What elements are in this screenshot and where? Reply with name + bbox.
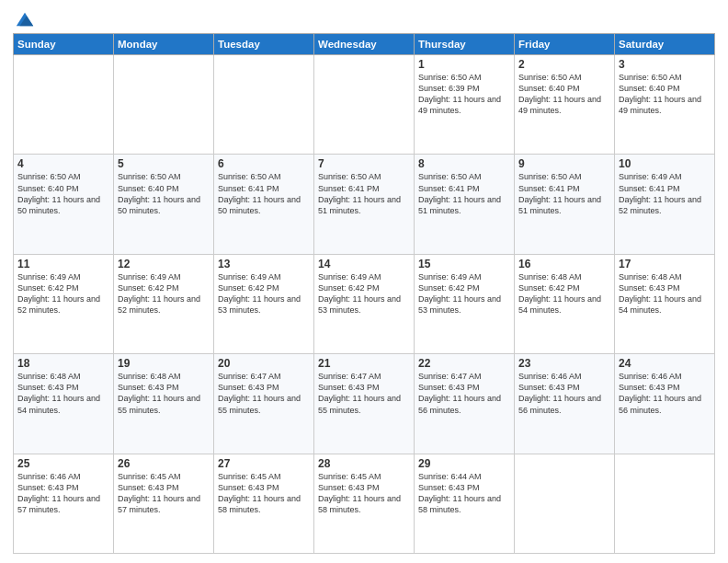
calendar-header-row: SundayMondayTuesdayWednesdayThursdayFrid… xyxy=(14,34,715,55)
day-number: 24 xyxy=(619,357,711,370)
calendar-cell: 23Sunrise: 6:46 AM Sunset: 6:43 PM Dayli… xyxy=(515,354,615,454)
day-info: Sunrise: 6:45 AM Sunset: 6:43 PM Dayligh… xyxy=(318,471,410,516)
day-number: 12 xyxy=(118,258,210,270)
day-info: Sunrise: 6:46 AM Sunset: 6:43 PM Dayligh… xyxy=(17,471,109,516)
calendar-cell: 5Sunrise: 6:50 AM Sunset: 6:40 PM Daylig… xyxy=(114,155,214,254)
calendar-cell: 13Sunrise: 6:49 AM Sunset: 6:42 PM Dayli… xyxy=(214,254,314,353)
day-number: 28 xyxy=(318,457,410,470)
calendar-cell: 16Sunrise: 6:48 AM Sunset: 6:42 PM Dayli… xyxy=(515,254,615,353)
calendar-cell xyxy=(214,55,314,155)
day-info: Sunrise: 6:45 AM Sunset: 6:43 PM Dayligh… xyxy=(218,471,310,516)
day-info: Sunrise: 6:48 AM Sunset: 6:43 PM Dayligh… xyxy=(17,371,109,416)
calendar-cell: 24Sunrise: 6:46 AM Sunset: 6:43 PM Dayli… xyxy=(615,354,715,454)
calendar-cell xyxy=(114,55,214,155)
day-number: 1 xyxy=(418,58,510,71)
day-info: Sunrise: 6:49 AM Sunset: 6:42 PM Dayligh… xyxy=(318,271,410,316)
col-header-monday: Monday xyxy=(114,34,214,55)
header xyxy=(13,9,715,28)
calendar-cell: 6Sunrise: 6:50 AM Sunset: 6:41 PM Daylig… xyxy=(214,155,314,254)
day-number: 18 xyxy=(17,357,109,370)
day-info: Sunrise: 6:50 AM Sunset: 6:41 PM Dayligh… xyxy=(218,171,310,216)
day-info: Sunrise: 6:49 AM Sunset: 6:42 PM Dayligh… xyxy=(218,271,310,316)
calendar-cell xyxy=(515,454,615,553)
day-number: 6 xyxy=(218,157,310,170)
day-number: 16 xyxy=(518,258,610,270)
day-info: Sunrise: 6:50 AM Sunset: 6:40 PM Dayligh… xyxy=(118,171,210,216)
day-number: 26 xyxy=(118,457,210,470)
logo xyxy=(13,9,35,28)
day-info: Sunrise: 6:49 AM Sunset: 6:41 PM Dayligh… xyxy=(619,171,711,216)
day-number: 3 xyxy=(619,58,711,71)
day-info: Sunrise: 6:49 AM Sunset: 6:42 PM Dayligh… xyxy=(418,271,510,316)
day-number: 29 xyxy=(418,457,510,470)
day-number: 8 xyxy=(418,157,510,170)
day-number: 19 xyxy=(118,357,210,370)
calendar-cell: 27Sunrise: 6:45 AM Sunset: 6:43 PM Dayli… xyxy=(214,454,314,553)
day-number: 27 xyxy=(218,457,310,470)
day-info: Sunrise: 6:48 AM Sunset: 6:42 PM Dayligh… xyxy=(518,271,610,316)
calendar-cell: 18Sunrise: 6:48 AM Sunset: 6:43 PM Dayli… xyxy=(14,354,114,454)
calendar-cell: 3Sunrise: 6:50 AM Sunset: 6:40 PM Daylig… xyxy=(615,55,715,155)
calendar-cell: 1Sunrise: 6:50 AM Sunset: 6:39 PM Daylig… xyxy=(415,55,515,155)
col-header-friday: Friday xyxy=(515,34,615,55)
day-info: Sunrise: 6:50 AM Sunset: 6:41 PM Dayligh… xyxy=(418,171,510,216)
logo-icon xyxy=(15,9,35,29)
day-info: Sunrise: 6:46 AM Sunset: 6:43 PM Dayligh… xyxy=(518,371,610,416)
day-info: Sunrise: 6:48 AM Sunset: 6:43 PM Dayligh… xyxy=(619,271,711,316)
calendar-cell: 17Sunrise: 6:48 AM Sunset: 6:43 PM Dayli… xyxy=(615,254,715,353)
page: SundayMondayTuesdayWednesdayThursdayFrid… xyxy=(0,0,728,563)
week-row-1: 4Sunrise: 6:50 AM Sunset: 6:40 PM Daylig… xyxy=(14,155,715,254)
day-number: 11 xyxy=(17,258,109,270)
week-row-4: 25Sunrise: 6:46 AM Sunset: 6:43 PM Dayli… xyxy=(14,454,715,553)
day-number: 23 xyxy=(518,357,610,370)
calendar-cell: 9Sunrise: 6:50 AM Sunset: 6:41 PM Daylig… xyxy=(515,155,615,254)
week-row-2: 11Sunrise: 6:49 AM Sunset: 6:42 PM Dayli… xyxy=(14,254,715,353)
calendar-cell: 2Sunrise: 6:50 AM Sunset: 6:40 PM Daylig… xyxy=(515,55,615,155)
day-info: Sunrise: 6:45 AM Sunset: 6:43 PM Dayligh… xyxy=(118,471,210,516)
day-number: 9 xyxy=(518,157,610,170)
day-info: Sunrise: 6:50 AM Sunset: 6:39 PM Dayligh… xyxy=(418,72,510,117)
week-row-0: 1Sunrise: 6:50 AM Sunset: 6:39 PM Daylig… xyxy=(14,55,715,155)
calendar-cell xyxy=(14,55,114,155)
calendar-cell: 12Sunrise: 6:49 AM Sunset: 6:42 PM Dayli… xyxy=(114,254,214,353)
day-number: 17 xyxy=(619,258,711,270)
calendar-cell: 22Sunrise: 6:47 AM Sunset: 6:43 PM Dayli… xyxy=(415,354,515,454)
day-number: 7 xyxy=(318,157,410,170)
day-info: Sunrise: 6:49 AM Sunset: 6:42 PM Dayligh… xyxy=(17,271,109,316)
calendar-cell: 14Sunrise: 6:49 AM Sunset: 6:42 PM Dayli… xyxy=(314,254,415,353)
day-info: Sunrise: 6:50 AM Sunset: 6:41 PM Dayligh… xyxy=(318,171,410,216)
day-info: Sunrise: 6:46 AM Sunset: 6:43 PM Dayligh… xyxy=(619,371,711,416)
calendar-cell: 20Sunrise: 6:47 AM Sunset: 6:43 PM Dayli… xyxy=(214,354,314,454)
day-info: Sunrise: 6:47 AM Sunset: 6:43 PM Dayligh… xyxy=(318,371,410,416)
col-header-tuesday: Tuesday xyxy=(214,34,314,55)
day-number: 15 xyxy=(418,258,510,270)
day-info: Sunrise: 6:48 AM Sunset: 6:43 PM Dayligh… xyxy=(118,371,210,416)
day-number: 5 xyxy=(118,157,210,170)
day-number: 20 xyxy=(218,357,310,370)
calendar-cell: 29Sunrise: 6:44 AM Sunset: 6:43 PM Dayli… xyxy=(415,454,515,553)
col-header-sunday: Sunday xyxy=(14,34,114,55)
calendar-cell: 11Sunrise: 6:49 AM Sunset: 6:42 PM Dayli… xyxy=(14,254,114,353)
day-number: 14 xyxy=(318,258,410,270)
calendar-cell xyxy=(615,454,715,553)
day-info: Sunrise: 6:50 AM Sunset: 6:40 PM Dayligh… xyxy=(619,72,711,117)
calendar-cell: 4Sunrise: 6:50 AM Sunset: 6:40 PM Daylig… xyxy=(14,155,114,254)
day-number: 22 xyxy=(418,357,510,370)
calendar-cell: 8Sunrise: 6:50 AM Sunset: 6:41 PM Daylig… xyxy=(415,155,515,254)
calendar-cell: 25Sunrise: 6:46 AM Sunset: 6:43 PM Dayli… xyxy=(14,454,114,553)
calendar-cell: 26Sunrise: 6:45 AM Sunset: 6:43 PM Dayli… xyxy=(114,454,214,553)
day-number: 25 xyxy=(17,457,109,470)
day-number: 2 xyxy=(518,58,610,71)
col-header-wednesday: Wednesday xyxy=(314,34,415,55)
day-info: Sunrise: 6:50 AM Sunset: 6:40 PM Dayligh… xyxy=(17,171,109,216)
day-info: Sunrise: 6:50 AM Sunset: 6:41 PM Dayligh… xyxy=(518,171,610,216)
week-row-3: 18Sunrise: 6:48 AM Sunset: 6:43 PM Dayli… xyxy=(14,354,715,454)
calendar-cell: 7Sunrise: 6:50 AM Sunset: 6:41 PM Daylig… xyxy=(314,155,415,254)
day-number: 4 xyxy=(17,157,109,170)
day-info: Sunrise: 6:47 AM Sunset: 6:43 PM Dayligh… xyxy=(218,371,310,416)
calendar-table: SundayMondayTuesdayWednesdayThursdayFrid… xyxy=(13,33,715,554)
day-info: Sunrise: 6:47 AM Sunset: 6:43 PM Dayligh… xyxy=(418,371,510,416)
calendar-cell: 21Sunrise: 6:47 AM Sunset: 6:43 PM Dayli… xyxy=(314,354,415,454)
calendar-cell: 19Sunrise: 6:48 AM Sunset: 6:43 PM Dayli… xyxy=(114,354,214,454)
day-number: 13 xyxy=(218,258,310,270)
